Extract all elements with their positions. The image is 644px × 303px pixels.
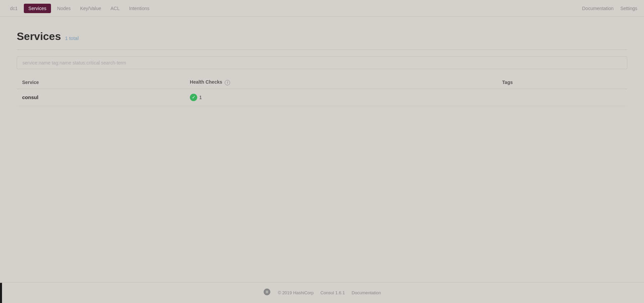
nav-dc-label[interactable]: dc1: [7, 4, 21, 13]
hashicorp-logo-icon: [263, 288, 271, 298]
nav-item-services[interactable]: Services: [24, 4, 51, 13]
health-passing-count: 1: [199, 95, 202, 100]
nav-item-intentions[interactable]: Intentions: [126, 4, 153, 13]
service-name: consul: [22, 94, 38, 100]
main-content: Services 1 total Service Health Checks i…: [0, 17, 644, 120]
health-checks-info-icon[interactable]: i: [225, 80, 230, 85]
page-title: Services: [17, 30, 61, 43]
health-passing-icon: ✓: [190, 94, 197, 101]
left-accent-bar: [0, 283, 2, 303]
services-table: Service Health Checks i Tags consul ✓: [17, 76, 627, 106]
nav-documentation-link[interactable]: Documentation: [582, 6, 613, 11]
top-navigation: dc1 Services Nodes Key/Value ACL Intenti…: [0, 0, 644, 17]
footer-version: Consul 1.6.1: [320, 290, 345, 295]
health-checks-cell: ✓ 1: [184, 89, 497, 106]
col-service: Service: [17, 76, 184, 89]
health-cell: ✓ 1: [190, 94, 491, 101]
header-divider: [17, 49, 627, 50]
search-container: [17, 56, 627, 69]
col-tags: Tags: [497, 76, 627, 89]
table-body: consul ✓ 1: [17, 89, 627, 106]
nav-settings-link[interactable]: Settings: [620, 6, 637, 11]
table-row[interactable]: consul ✓ 1: [17, 89, 627, 106]
tags-cell: [497, 89, 627, 106]
search-input[interactable]: [17, 56, 627, 69]
footer-copyright: © 2019 HashiCorp: [278, 290, 314, 295]
table-header: Service Health Checks i Tags: [17, 76, 627, 89]
service-name-cell: consul: [17, 89, 184, 106]
nav-item-keyvalue[interactable]: Key/Value: [77, 4, 105, 13]
nav-item-nodes[interactable]: Nodes: [54, 4, 74, 13]
footer: © 2019 HashiCorp Consul 1.6.1 Documentat…: [0, 282, 644, 303]
nav-left: dc1 Services Nodes Key/Value ACL Intenti…: [7, 4, 153, 13]
col-health-checks: Health Checks i: [184, 76, 497, 89]
nav-item-acl[interactable]: ACL: [107, 4, 123, 13]
nav-right: Documentation Settings: [582, 6, 637, 11]
page-header: Services 1 total: [17, 30, 627, 43]
footer-docs-link[interactable]: Documentation: [352, 290, 381, 295]
page-subtitle: 1 total: [65, 35, 79, 41]
